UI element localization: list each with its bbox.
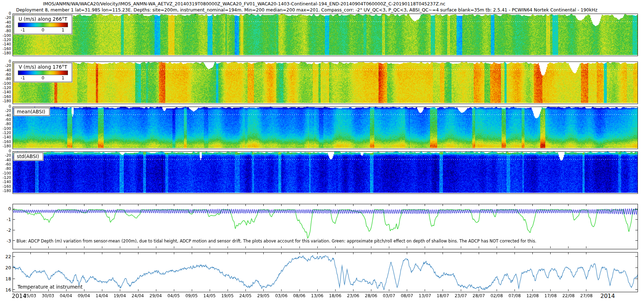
x-axis-dates: 2014 2014 25/0330/0304/0409/0414/0419/04… [0,292,644,301]
title-line2: Deployment 8, member 1 lat=31.98S lon=11… [16,7,597,13]
y-tick-label: -120 [0,176,11,180]
y-tick-label: -180 [0,99,11,103]
y-tick-label: -40 [0,20,11,24]
y-tick-label: -80 [0,167,11,171]
y-tick-label: -40 [0,68,11,72]
y-tick-label: -160 [0,95,11,99]
y-tick-label: -100 [0,82,11,85]
y-tick-label: -1 [0,217,11,222]
y-axis-mean-absi: 0-20-40-60-80-100-120-140-160-180 [0,107,12,148]
y-tick-label: 0 [0,149,11,153]
y-tick-label: -3 [0,239,11,243]
u-legend-title: U (m/s) along 266°T [16,16,70,22]
colorbar-tick-label: 0 [42,75,44,80]
y-axis-depth-variation: 0-1-2-3 [0,204,12,249]
y-tick-label: -80 [0,29,11,33]
colorbar-tick-label: -1 [21,75,25,80]
y-tick-label: -80 [0,77,11,81]
y-tick-label: -180 [0,51,11,55]
temperature-line-canvas [13,252,638,291]
y-tick-label: -40 [0,113,11,117]
u-colorbar [18,23,68,27]
v-colorbar-labels: -101 [18,75,68,80]
y-tick-label: -100 [0,171,11,175]
y-tick-label: -100 [0,34,11,38]
y-tick-label: 0 [0,206,11,211]
panel-depth-variation: Blue: ADCP Depth (m) variation from sens… [13,204,638,249]
mean-absi-heatmap-canvas [13,107,638,148]
y-tick-label: -80 [0,122,11,126]
panel-u-velocity: U (m/s) along 266°T -101 [13,14,638,56]
y-tick-label: -120 [0,131,11,135]
u-colorbar-labels: -101 [18,28,68,33]
y-tick-label: 0 [0,104,11,108]
y-tick-label: -60 [0,162,11,166]
y-axis-temperature: 16182022 [0,252,12,291]
y-tick-label: 18 [0,276,11,281]
y-tick-label: -2 [0,228,11,232]
v-colorbar-legend: V (m/s) along 176°T -101 [14,63,72,82]
colorbar-tick-label: 1 [62,28,64,33]
y-tick-label: -140 [0,42,11,46]
y-tick-label: 0 [0,59,11,63]
figure: IMOS/ANMN/WA/WACA20/Velocity/IMOS_ANMN-W… [0,0,644,304]
y-tick-label: -60 [0,73,11,77]
colorbar-tick-label: -1 [21,28,25,33]
u-velocity-heatmap-canvas [13,14,638,55]
y-tick-label: -100 [0,127,11,131]
y-axis-std-absi: 0-20-40-60-80-100-120-140-160-180 [0,151,12,193]
y-tick-label: -20 [0,16,11,20]
year-label-right: 2014 [600,293,615,299]
y-tick-label: -120 [0,86,11,90]
y-tick-label: -120 [0,38,11,42]
y-tick-label: -160 [0,185,11,188]
depth-annotation: Blue: ADCP Depth (m) variation from sens… [16,239,536,244]
y-tick-label: 0 [0,11,11,15]
v-velocity-heatmap-canvas [13,62,638,103]
y-tick-label: -40 [0,158,11,162]
y-tick-label: -20 [0,64,11,68]
title-line1: IMOS/ANMN/WA/WACA20/Velocity/IMOS_ANMN-W… [43,1,445,6]
y-tick-label: -140 [0,135,11,139]
y-tick-label: -20 [0,153,11,157]
colorbar-tick-label: 1 [62,75,64,80]
v-colorbar [18,70,68,75]
y-tick-label: 20 [0,265,11,270]
x-date-label: 27/08 [576,293,597,298]
y-tick-label: -160 [0,47,11,51]
panel-v-velocity: V (m/s) along 176°T -101 [13,62,638,104]
y-tick-label: 16 [0,288,11,292]
mean-absi-label: mean(ABSI) [14,108,50,116]
v-legend-title: V (m/s) along 176°T [16,64,70,70]
std-absi-heatmap-canvas [13,152,638,193]
y-tick-label: -60 [0,118,11,122]
y-tick-label: -140 [0,90,11,94]
std-absi-label: std(ABSI) [14,152,43,161]
u-colorbar-legend: U (m/s) along 266°T -101 [14,15,72,34]
colorbar-tick-label: 0 [42,28,44,33]
y-axis-v-velocity: 0-20-40-60-80-100-120-140-160-180 [0,62,12,103]
y-tick-label: -180 [0,189,11,193]
y-tick-label: -140 [0,180,11,184]
y-tick-label: -160 [0,140,11,144]
panel-mean-absi: mean(ABSI) [13,107,638,149]
y-tick-label: -60 [0,25,11,29]
panel-std-absi: std(ABSI) [13,151,638,194]
temperature-label: Temperature at instrument [18,284,83,290]
y-tick-label: 22 [0,254,11,259]
y-tick-label: -20 [0,109,11,113]
panel-temperature: Temperature at instrument [13,252,638,292]
y-tick-label: -180 [0,144,11,148]
y-axis-u-velocity: 0-20-40-60-80-100-120-140-160-180 [0,14,12,55]
